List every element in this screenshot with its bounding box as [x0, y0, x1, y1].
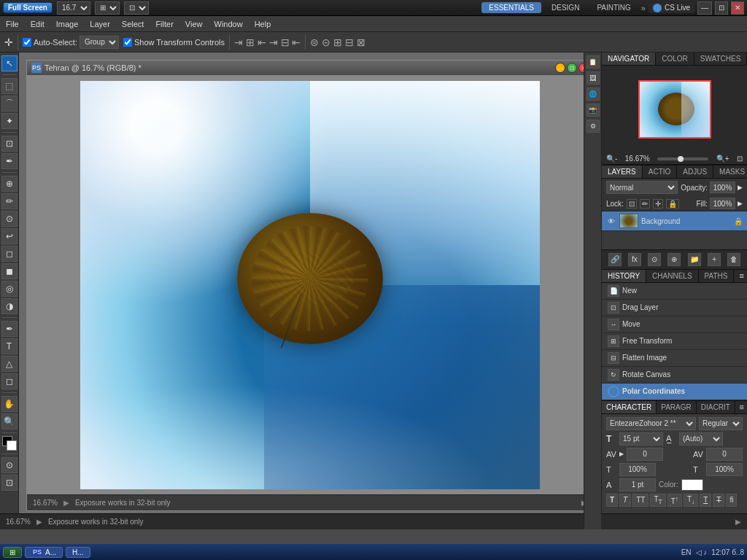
menu-help[interactable]: Help — [249, 18, 277, 30]
panel-icon-3[interactable]: 🌐 — [587, 88, 600, 101]
menu-select[interactable]: Select — [116, 18, 150, 30]
pen-tool[interactable]: ✒ — [1, 321, 18, 337]
color-swatch[interactable] — [681, 479, 703, 491]
italic-button[interactable]: T — [619, 494, 631, 507]
show-transform-checkbox[interactable] — [123, 38, 132, 47]
blur-tool[interactable]: ◎ — [1, 281, 18, 297]
menu-filter[interactable]: Filter — [150, 18, 179, 30]
history-brush-tool[interactable]: ↩ — [1, 228, 18, 244]
scroll-arrow-icon[interactable]: ▶ — [735, 518, 741, 526]
scale-v-input[interactable] — [706, 463, 743, 476]
small-caps-button[interactable]: TT — [650, 494, 665, 507]
tab-paths[interactable]: PATHS — [699, 270, 735, 282]
tab-paragraph[interactable]: PARAGR — [657, 401, 697, 413]
heal-tool[interactable]: ⊕ — [1, 176, 18, 192]
panel-icon-4[interactable]: 📸 — [587, 104, 600, 117]
opacity-expand-icon[interactable]: ▶ — [738, 184, 743, 191]
new-layer-button[interactable]: + — [708, 253, 721, 266]
panel-icon-2[interactable]: 🖼 — [587, 71, 600, 85]
lasso-tool[interactable]: ⌒ — [1, 96, 18, 112]
underline-button[interactable]: T — [700, 494, 711, 507]
nav-tab-essentials[interactable]: ESSENTIALS — [481, 2, 541, 13]
triangle-icon[interactable]: ▶ — [63, 499, 69, 507]
menu-layer[interactable]: Layer — [84, 18, 116, 30]
menu-view[interactable]: View — [179, 18, 209, 30]
history-item-move[interactable]: ↔ Move — [602, 316, 747, 333]
menu-image[interactable]: Image — [50, 18, 85, 30]
frac-button[interactable]: fi — [726, 494, 737, 507]
tab-navigator[interactable]: NAVIGATOR — [602, 52, 656, 65]
kerning-input[interactable] — [706, 448, 743, 461]
close-app-button[interactable]: ✕ — [731, 1, 744, 15]
menu-window[interactable]: Window — [209, 18, 249, 30]
fill-expand-icon[interactable]: ▶ — [738, 200, 743, 207]
gradient-tool[interactable]: ◼ — [1, 263, 18, 279]
background-color[interactable] — [7, 440, 17, 451]
tab-actions[interactable]: ACTIO — [643, 166, 678, 178]
brush-select[interactable]: ⊡ — [124, 1, 149, 15]
eyedropper-tool[interactable]: ✒ — [1, 153, 18, 169]
font-family-select[interactable]: EntezareZohoor 2 ** — [606, 417, 696, 430]
tab-masks[interactable]: MASKS — [713, 166, 747, 178]
layer-item-background[interactable]: 👁 Background 🔒 — [602, 211, 747, 231]
history-item-rotate[interactable]: ↻ Rotate Canvas — [602, 367, 747, 384]
tracking-expand-icon[interactable]: ▶ — [619, 451, 624, 457]
fullscreen-button[interactable]: Full Screen — [3, 2, 53, 13]
window-maximize-button[interactable]: ⊡ — [567, 63, 577, 73]
history-item-new[interactable]: 📄 New — [602, 283, 747, 300]
tab-history[interactable]: HISTORY — [602, 270, 646, 282]
history-item-drag-layer[interactable]: ⊡ Drag Layer — [602, 300, 747, 316]
text-tool[interactable]: T — [1, 338, 18, 354]
panel-icon-5[interactable]: ⚙ — [587, 120, 600, 133]
tab-adjustments[interactable]: ADJUS — [677, 166, 713, 178]
scale-h-input[interactable] — [619, 463, 656, 476]
lock-all-icon[interactable]: 🔒 — [666, 199, 679, 209]
crop-tool[interactable]: ⊡ — [1, 136, 18, 152]
tab-channels[interactable]: CHANNELS — [646, 270, 698, 282]
auto-select-checkbox[interactable] — [23, 38, 31, 47]
strikethrough-button[interactable]: T — [713, 494, 724, 507]
lock-move-icon[interactable]: ✛ — [653, 199, 663, 209]
foreground-background-colors[interactable] — [2, 436, 17, 451]
subscript-button[interactable]: T↓ — [684, 494, 698, 507]
all-caps-button[interactable]: TT — [632, 494, 649, 507]
status-triangle-icon[interactable]: ▶ — [36, 518, 42, 526]
tracking-input[interactable] — [627, 448, 663, 461]
font-size-select[interactable]: 15 pt — [619, 432, 663, 446]
layer-group-button[interactable]: 📁 — [688, 253, 701, 266]
layer-adjustment-button[interactable]: ⊕ — [667, 253, 681, 266]
lock-transparent-icon[interactable]: ⊡ — [627, 199, 637, 209]
superscript-button[interactable]: T↑ — [667, 494, 682, 507]
font-style-select[interactable]: Regular — [699, 417, 743, 430]
panel-expand-icon[interactable]: ⊡ — [737, 155, 743, 163]
nav-tab-painting[interactable]: PAINTING — [589, 2, 638, 13]
window-minimize-button[interactable]: — — [555, 63, 565, 73]
start-button[interactable]: ⊞ — [3, 547, 22, 558]
layer-style-button[interactable]: fx — [628, 253, 641, 266]
nav-tab-design[interactable]: DESIGN — [544, 2, 587, 13]
layer-visibility-icon[interactable]: 👁 — [606, 216, 616, 226]
panel-icon-1[interactable]: 📋 — [587, 55, 600, 69]
auto-select-group-select[interactable]: Group Layer — [80, 36, 119, 49]
clone-tool[interactable]: ⊙ — [1, 211, 18, 227]
char-menu-icon[interactable]: ≡ — [737, 401, 747, 413]
tab-layers[interactable]: LAYERS — [602, 166, 643, 178]
zoom-select[interactable]: 16.7 — [57, 1, 90, 15]
move-tool[interactable]: ↖ — [1, 55, 18, 71]
history-item-free-transform[interactable]: ⊞ Free Transform — [602, 333, 747, 350]
magic-wand-tool[interactable]: ✦ — [1, 113, 18, 129]
opacity-input[interactable] — [710, 182, 735, 193]
menu-edit[interactable]: Edit — [25, 18, 50, 30]
tab-character[interactable]: CHARACTER — [602, 401, 657, 413]
history-item-flatten[interactable]: ⊟ Flatten Image — [602, 350, 747, 367]
stroke-input[interactable] — [619, 478, 656, 491]
minimize-app-button[interactable]: — — [697, 1, 712, 15]
hand-tool[interactable]: ✋ — [1, 396, 18, 412]
marquee-tool[interactable]: ⬚ — [1, 78, 18, 94]
tab-diacritic[interactable]: DIACRIT — [697, 401, 735, 413]
taskbar-ps-button[interactable]: PS A... — [25, 547, 63, 558]
quick-mask-button[interactable]: ⊙ — [1, 457, 18, 473]
path-tool[interactable]: △ — [1, 356, 18, 372]
menu-file[interactable]: File — [0, 18, 25, 30]
brush-tool[interactable]: ✏ — [1, 193, 18, 209]
